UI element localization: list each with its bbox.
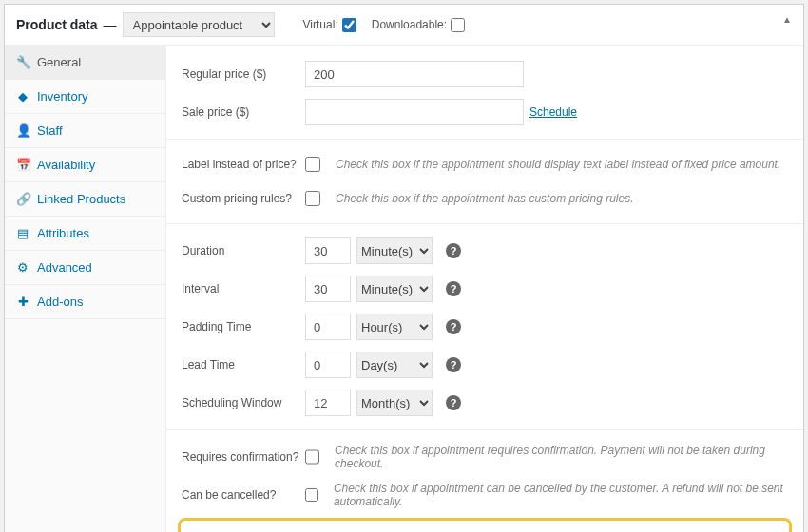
sidebar-item-label: Staff <box>37 124 63 138</box>
sidebar-item-label: Advanced <box>37 260 92 275</box>
lead-input[interactable] <box>305 352 351 378</box>
requires-conf-hint: Check this box if appointment requires c… <box>335 444 788 470</box>
sidebar-item-label: Attributes <box>37 226 89 240</box>
product-data-panel: Product data — Appointable product Virtu… <box>4 4 804 532</box>
lead-unit-select[interactable]: Day(s) <box>356 352 433 378</box>
sidebar-icon: ⚙ <box>16 260 29 275</box>
help-icon[interactable]: ? <box>446 395 461 410</box>
sale-price-label: Sale price ($) <box>182 105 305 119</box>
duration-unit-select[interactable]: Minute(s) <box>356 238 433 264</box>
general-tab-panel: Regular price ($) Sale price ($) Schedul… <box>166 46 803 532</box>
padding-unit-select[interactable]: Hour(s) <box>356 314 433 340</box>
sidebar-icon: 👤 <box>16 124 29 138</box>
regular-price-input[interactable] <box>305 61 524 87</box>
sidebar-icon: 📅 <box>16 158 29 172</box>
lead-label: Lead Time <box>182 358 305 371</box>
help-icon[interactable]: ? <box>446 243 461 258</box>
customer-timezones-highlight: Customer timezones? Check this box if cu… <box>178 518 792 532</box>
sidebar-item-staff[interactable]: 👤Staff <box>5 114 165 148</box>
requires-conf-checkbox[interactable] <box>305 449 319 465</box>
sale-price-input[interactable] <box>305 99 524 125</box>
collapse-icon[interactable]: ▲ <box>782 14 792 25</box>
sidebar-item-advanced[interactable]: ⚙Advanced <box>5 251 165 285</box>
sidebar-icon: 🔗 <box>16 192 29 206</box>
downloadable-option[interactable]: Downloadable: <box>372 18 465 32</box>
label-instead-checkbox[interactable] <box>305 157 320 172</box>
regular-price-label: Regular price ($) <box>182 67 305 81</box>
sched-window-input[interactable] <box>305 390 351 416</box>
sidebar-item-general[interactable]: 🔧General <box>5 46 165 80</box>
virtual-option[interactable]: Virtual: <box>303 18 356 32</box>
sidebar-item-label: General <box>37 55 81 69</box>
schedule-link[interactable]: Schedule <box>529 105 577 119</box>
panel-header: Product data — Appointable product Virtu… <box>5 5 803 46</box>
label-instead-hint: Check this box if the appointment should… <box>336 158 780 171</box>
sidebar-icon: 🔧 <box>16 55 29 69</box>
sidebar-item-inventory[interactable]: ◆Inventory <box>5 80 165 114</box>
sidebar-item-label: Add-ons <box>37 294 83 309</box>
cancelled-hint: Check this box if appointment can be can… <box>334 482 788 508</box>
padding-input[interactable] <box>305 314 351 340</box>
interval-unit-select[interactable]: Minute(s) <box>356 276 433 302</box>
cancelled-label: Can be cancelled? <box>182 488 305 502</box>
help-icon[interactable]: ? <box>446 319 461 334</box>
padding-label: Padding Time <box>182 320 305 333</box>
help-icon[interactable]: ? <box>446 281 461 296</box>
sidebar-item-label: Inventory <box>37 89 87 104</box>
sidebar-icon: ◆ <box>16 89 29 104</box>
downloadable-checkbox[interactable] <box>451 18 465 32</box>
product-type-select[interactable]: Appointable product <box>123 12 275 37</box>
tabs-sidebar: 🔧General◆Inventory👤Staff📅Availability🔗Li… <box>5 46 166 532</box>
duration-input[interactable] <box>305 238 351 264</box>
custom-pricing-label: Custom pricing rules? <box>182 192 305 205</box>
duration-label: Duration <box>182 244 305 257</box>
interval-label: Interval <box>182 282 305 295</box>
requires-conf-label: Requires confirmation? <box>182 450 305 464</box>
sched-window-unit-select[interactable]: Month(s) <box>356 390 433 416</box>
cancelled-checkbox[interactable] <box>305 487 318 503</box>
sidebar-item-label: Availability <box>37 158 95 172</box>
interval-input[interactable] <box>305 276 351 302</box>
sidebar-item-availability[interactable]: 📅Availability <box>5 148 165 182</box>
label-instead-label: Label instead of price? <box>182 158 305 171</box>
sidebar-icon: ▤ <box>16 226 29 240</box>
panel-title: Product data <box>16 17 98 32</box>
custom-pricing-hint: Check this box if the appointment has cu… <box>336 192 634 205</box>
help-icon[interactable]: ? <box>446 357 461 372</box>
sidebar-item-linked-products[interactable]: 🔗Linked Products <box>5 182 165 217</box>
sidebar-item-add-ons[interactable]: ✚Add-ons <box>5 285 165 319</box>
virtual-checkbox[interactable] <box>342 18 356 32</box>
sidebar-item-label: Linked Products <box>37 192 125 206</box>
sidebar-icon: ✚ <box>16 294 29 309</box>
sched-window-label: Scheduling Window <box>182 396 305 409</box>
sidebar-item-attributes[interactable]: ▤Attributes <box>5 217 165 251</box>
custom-pricing-checkbox[interactable] <box>305 191 320 206</box>
